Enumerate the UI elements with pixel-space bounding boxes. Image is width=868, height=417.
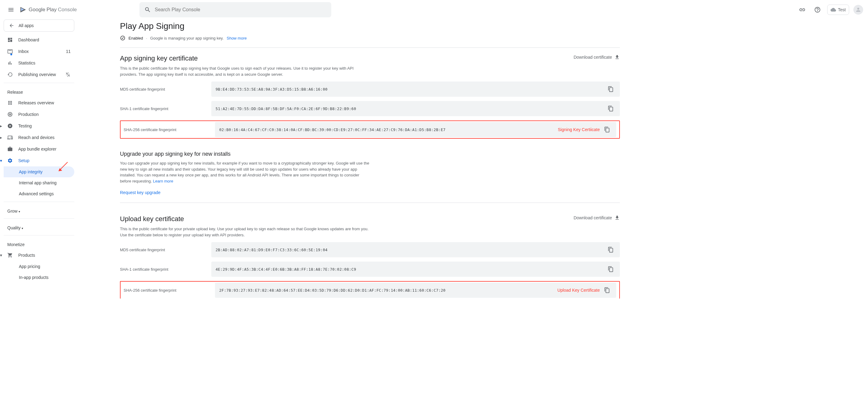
app-switcher[interactable]: Test	[827, 5, 849, 15]
sha256-label: SHA-256 certificate fingerprint	[124, 128, 215, 132]
sidebar-item-reach-devices[interactable]: ▸ Reach and devices	[4, 132, 74, 143]
upload-sha256-label: SHA-256 certificate fingerprint	[124, 288, 215, 292]
sidebar-item-dashboard[interactable]: Dashboard	[4, 34, 74, 46]
upload-sha1-label: SHA-1 certificate fingerprint	[120, 267, 211, 272]
copy-upload-sha256-button[interactable]	[602, 287, 612, 293]
arrow-left-icon	[9, 23, 14, 28]
signing-desc: This is the public certificate for the a…	[120, 65, 370, 77]
download-icon	[614, 215, 620, 220]
bundle-icon	[7, 146, 13, 152]
upload-section-head: Upload key certificate Download certific…	[120, 215, 620, 223]
download-icon	[614, 55, 620, 60]
download-cert-label: Download certificate	[574, 215, 612, 220]
testing-label: Testing	[18, 124, 32, 128]
monetize-header: Monetize	[4, 238, 74, 249]
help-icon	[814, 6, 821, 13]
download-upload-cert[interactable]: Download certificate	[574, 215, 620, 220]
copy-icon	[608, 266, 614, 272]
md5-value: 9B:E4:DD:73:53:5E:A8:9A:3F:A3:D5:15:B8:A…	[216, 87, 606, 92]
user-avatar[interactable]	[854, 5, 863, 14]
person-icon	[855, 7, 861, 13]
reach-devices-label: Reach and devices	[18, 135, 55, 140]
sidebar-item-advanced-settings[interactable]: Advanced settings	[4, 188, 74, 199]
logo-text: Google Play Console	[29, 7, 77, 13]
check-icon	[120, 35, 125, 41]
status-row: Enabled · Google is managing your app si…	[120, 35, 620, 48]
download-signing-cert[interactable]: Download certificate	[574, 55, 620, 60]
internal-sharing-label: Internal app sharing	[19, 180, 57, 185]
upload-annotation: Upload Key Certificate	[557, 288, 600, 292]
learn-more-link[interactable]: Learn more	[153, 179, 173, 183]
upload-sha1-value: 4E:29:9D:4F:A5:3B:C4:4F:E0:6B:3B:A8:FF:1…	[216, 267, 606, 272]
app-name: Test	[838, 7, 846, 12]
sidebar-item-in-app-products[interactable]: In-app products	[4, 272, 74, 283]
upload-sha256-row: SHA-256 certificate fingerprint 2F:7B:93…	[121, 282, 619, 299]
sidebar-item-production[interactable]: Production	[4, 109, 74, 120]
upload-sha256-highlight: SHA-256 certificate fingerprint 2F:7B:93…	[120, 281, 620, 299]
publishing-label: Publishing overview	[18, 72, 56, 77]
copy-icon	[604, 127, 610, 133]
main-content: Play App Signing Enabled · Google is man…	[78, 20, 662, 311]
link-button[interactable]	[797, 4, 808, 15]
sha1-value: 51:A2:4E:7D:55:DD:DA:8F:5B:DF:5A:F0:CA:2…	[216, 106, 606, 111]
signing-sha256-highlight: SHA-256 certificate fingerprint 02:B0:16…	[120, 120, 620, 139]
sidebar-item-internal-sharing[interactable]: Internal app sharing	[4, 177, 74, 188]
copy-sha1-button[interactable]	[606, 106, 616, 112]
copy-upload-md5-button[interactable]	[606, 247, 616, 253]
all-apps-button[interactable]: All apps	[4, 20, 74, 32]
page-title: Play App Signing	[120, 21, 620, 31]
sha1-value-wrap: 51:A2:4E:7D:55:DD:DA:8F:5B:DF:5A:F0:CA:2…	[211, 101, 620, 116]
chevron-down-icon: ▾	[0, 253, 2, 257]
search-input[interactable]	[155, 7, 327, 12]
release-header: Release	[4, 85, 74, 97]
signing-title: App signing key certificate	[120, 55, 198, 62]
sidebar-item-testing[interactable]: ▸ Testing	[4, 120, 74, 132]
copy-md5-button[interactable]	[606, 86, 616, 92]
upload-md5-value-wrap: 2B:AD:88:02:A7:81:D9:E0:F7:C3:33:6C:60:5…	[211, 242, 620, 257]
upload-title: Upload key certificate	[120, 215, 184, 223]
logo[interactable]: Google Play Console	[20, 6, 77, 13]
sidebar-item-app-integrity[interactable]: App integrity	[4, 166, 74, 177]
sidebar: All apps Dashboard Inbox 11 Statistics P…	[0, 20, 78, 311]
upgrade-title: Upgrade your app signing key for new ins…	[120, 151, 620, 157]
grow-header[interactable]: Grow ▾	[4, 204, 74, 216]
sidebar-item-products[interactable]: ▾ Products	[4, 249, 74, 261]
in-app-products-label: In-app products	[19, 275, 49, 280]
app-integrity-label: App integrity	[19, 169, 42, 174]
copy-upload-sha1-button[interactable]	[606, 266, 616, 272]
menu-button[interactable]	[5, 4, 17, 16]
upload-sha256-value-wrap: 2F:7B:93:27:93:E7:82:48:AD:64:57:EE:D4:0…	[215, 283, 616, 298]
sidebar-item-app-pricing[interactable]: App pricing	[4, 261, 74, 272]
copy-icon	[604, 287, 610, 293]
cloud-icon	[831, 7, 836, 12]
search-icon	[144, 6, 151, 13]
sidebar-item-statistics[interactable]: Statistics	[4, 57, 74, 69]
quality-header[interactable]: Quality ▾	[4, 221, 74, 233]
help-button[interactable]	[812, 4, 823, 15]
status-enabled: Enabled	[128, 36, 143, 40]
signing-annotation: Signing Key Certiicate	[558, 127, 600, 132]
copy-sha256-button[interactable]	[602, 127, 612, 133]
sidebar-item-publishing[interactable]: Publishing overview	[4, 69, 74, 80]
upload-md5-label: MD5 certificate fingerprint	[120, 248, 211, 252]
sidebar-item-inbox[interactable]: Inbox 11	[4, 46, 74, 57]
inbox-count: 11	[66, 49, 71, 54]
show-more-link[interactable]: Show more	[226, 36, 247, 40]
upload-sha1-value-wrap: 4E:29:9D:4F:A5:3B:C4:4F:E0:6B:3B:A8:FF:1…	[211, 262, 620, 277]
sidebar-item-releases-overview[interactable]: Releases overview	[4, 97, 74, 109]
upgrade-desc: You can upgrade your app signing key for…	[120, 160, 370, 184]
products-label: Products	[18, 253, 35, 257]
sha256-value-wrap: 02:B0:16:4A:C4:67:CF:C0:38:14:0A:CF:BD:B…	[215, 122, 616, 137]
dashboard-icon	[7, 37, 13, 43]
play-logo-icon	[20, 6, 27, 13]
app-bundle-label: App bundle explorer	[18, 147, 56, 151]
all-apps-label: All apps	[19, 23, 34, 28]
sidebar-item-app-bundle[interactable]: App bundle explorer	[4, 143, 74, 155]
app-pricing-label: App pricing	[19, 264, 40, 269]
upload-desc: This is the public certificate for your …	[120, 226, 370, 238]
sidebar-item-setup[interactable]: ▾ Setup	[4, 155, 74, 166]
search-bar[interactable]	[140, 2, 331, 18]
sha1-label: SHA-1 certificate fingerprint	[120, 106, 211, 111]
request-upgrade-link[interactable]: Request key upgrade	[120, 190, 160, 195]
signing-sha256-row: SHA-256 certificate fingerprint 02:B0:16…	[121, 121, 619, 138]
